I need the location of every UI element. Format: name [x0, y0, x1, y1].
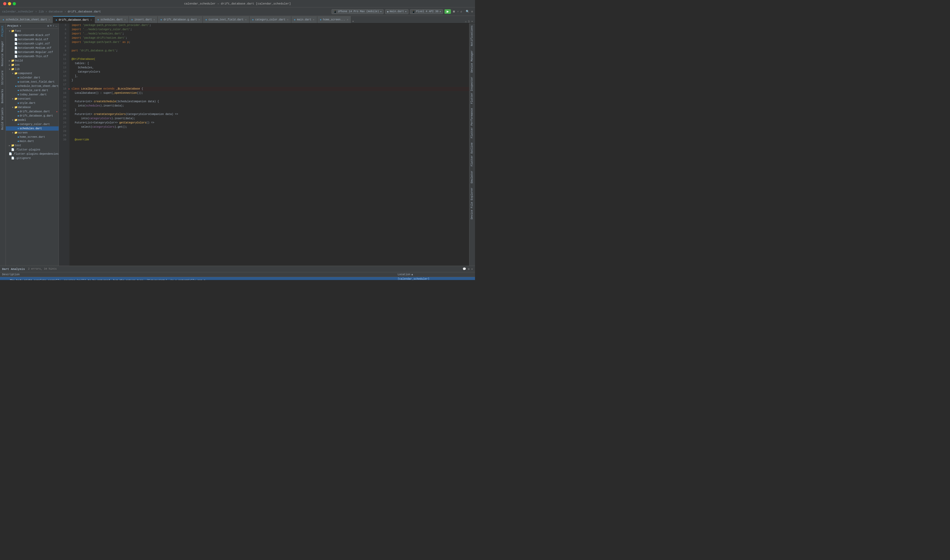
close-panel-icon[interactable]: ✕	[471, 267, 473, 271]
tree-item-constant[interactable]: ▼ 📁 constant	[6, 97, 59, 101]
tree-item-screen[interactable]: ▼ 📁 screen	[6, 131, 59, 135]
dart-file-icon-4: ◆	[160, 18, 162, 21]
tab-close-0[interactable]: ✕	[48, 18, 50, 21]
code-lines[interactable]: import 'package:path_provider/path_provi…	[69, 23, 469, 266]
tab-custom-text-field[interactable]: ◆ custom_text_field.dart ✕	[203, 16, 250, 23]
code-editor[interactable]: 3 4 5 6 7 8 9 10 11 12 13 14 15 16 17 18…	[59, 23, 469, 266]
tree-item-style[interactable]: ◆ style.dart	[6, 101, 59, 105]
tree-item-flutter-plugins[interactable]: 📄 .flutter-plugins	[6, 148, 59, 152]
tab-drift-database-g[interactable]: ◆ drift_database.g.dart ✕	[158, 16, 203, 23]
tree-item-database[interactable]: ▼ 📁 database	[6, 105, 59, 109]
tab-close-4[interactable]: ✕	[199, 18, 200, 21]
more-icon[interactable]: …	[56, 25, 57, 28]
code-line-3: import 'package:path_provider/path_provi…	[72, 23, 469, 28]
col-location[interactable]: Location ▲	[395, 272, 475, 277]
breadcrumb-part-3[interactable]: drift_database.dart	[68, 10, 101, 13]
tree-item-custom-text[interactable]: ◆ custom_text_field.dart	[6, 80, 59, 84]
run-button[interactable]: ▶	[444, 9, 451, 14]
settings-icon[interactable]: ⚙	[468, 267, 470, 271]
hot-restart-button[interactable]: ↺	[460, 10, 462, 13]
line-num-14: 14	[59, 70, 68, 74]
tree-item-lib[interactable]: ▼ 📁 lib	[6, 67, 59, 71]
emulator-selector[interactable]: 📱 Pixel 4 API 30 ▾	[410, 9, 443, 14]
tree-item-component[interactable]: ▼ 📁 component	[6, 71, 59, 75]
tree-item-drift-database[interactable]: ◆ drift_database.dart ●	[6, 109, 59, 114]
tree-item-gitignore[interactable]: 📄 .gitignore	[6, 156, 59, 160]
breadcrumb-part-1[interactable]: lib	[39, 10, 44, 13]
tree-label: font	[15, 30, 21, 32]
tab-close-1[interactable]: ✕	[90, 18, 92, 22]
tab-main[interactable]: ◆ main.dart ✕	[291, 16, 317, 23]
tree-item-category-color[interactable]: ◆ category_color.dart	[6, 122, 59, 126]
gear-icon[interactable]: ⚙	[48, 25, 49, 28]
code-line-22: into(schedules).insert(data);	[72, 104, 469, 108]
dart-icon: ◆	[17, 135, 19, 138]
tab-schedules[interactable]: ◆ schedules.dart ✕	[95, 16, 129, 23]
tab-close-8[interactable]: ✕	[347, 18, 348, 21]
issue-row-1[interactable]: ⚙ ⚙ ⚠ The body might complete normally, …	[0, 277, 475, 280]
search-button[interactable]: 🔍	[466, 10, 469, 13]
tab-schedule-bottom-sheet[interactable]: ◆ schedule_bottom_sheet.dart ✕	[0, 16, 53, 23]
tree-item-build[interactable]: ▶ 📁 build	[6, 58, 59, 63]
tree-item-home-screen[interactable]: ◆ home_screen.dart	[6, 135, 59, 139]
tree-item-drift-database-g[interactable]: ◆ drift_database.g.dart	[6, 114, 59, 118]
hot-reload-button[interactable]: ⚡	[457, 10, 459, 13]
sidebar-tab-resource-manager[interactable]: Resource Manager	[0, 38, 6, 68]
tree-item-ios[interactable]: ▶ 📁 ios	[6, 63, 59, 67]
sort-icon[interactable]: ↕	[53, 25, 54, 28]
stop-button[interactable]: ⏹	[452, 10, 455, 13]
collapse-all-icon[interactable]: ≡	[50, 25, 52, 28]
settings-button[interactable]: ⚙	[471, 10, 473, 13]
tree-item-test[interactable]: ▶ 📁 test	[6, 143, 59, 148]
comment-icon[interactable]: 💬	[463, 267, 466, 271]
sidebar-tab-device-manager[interactable]: Device Manager	[469, 48, 475, 75]
tab-home-screen[interactable]: ◆ home_screen... ✕	[317, 16, 351, 23]
tab-close-2[interactable]: ✕	[124, 18, 126, 21]
line-num-13: 13	[59, 66, 68, 70]
tab-close-7[interactable]: ✕	[313, 18, 315, 21]
tree-item-flutter-plugins-dep[interactable]: 📄 .flutter-plugins-dependencies	[6, 152, 59, 156]
tree-item-noto-light[interactable]: 📄 NotoSansKR-Light.otf	[6, 42, 59, 46]
minimize-button[interactable]	[8, 2, 11, 5]
sidebar-tab-build-variants[interactable]: Build Variants	[0, 105, 6, 132]
tree-item-noto-regular[interactable]: 📄 NotoSansKR-Regular.otf	[6, 50, 59, 54]
tab-insert[interactable]: ◆ insert.dart ✕	[129, 16, 158, 23]
tab-close-6[interactable]: ✕	[287, 18, 288, 21]
device-selector[interactable]: 📱 iPhone 14 Pro Max (mobile) ▾	[332, 9, 384, 14]
tab-drift-database[interactable]: ◆ drift_database.dart ✕	[53, 16, 95, 23]
sidebar-tab-flutter-outline[interactable]: Flutter Outline	[469, 140, 475, 168]
sidebar-tab-flutter-performance[interactable]: Flutter Performance	[469, 106, 475, 140]
tree-item-font[interactable]: ▼ 📁 font	[6, 29, 59, 33]
sidebar-tab-notifications[interactable]: Notifications	[469, 23, 475, 48]
tree-item-main[interactable]: ◆ main.dart	[6, 139, 59, 143]
sidebar-tab-flutter-inspector[interactable]: Flutter Inspector	[469, 75, 475, 106]
tree-item-schedules[interactable]: ◆ schedules.dart	[6, 126, 59, 131]
tree-item-noto-black[interactable]: 📄 NotoSansKR-Black.otf	[6, 33, 59, 37]
window-controls[interactable]	[3, 2, 16, 5]
sidebar-tab-emulator[interactable]: Emulator	[469, 168, 475, 185]
sidebar-tab-project[interactable]: Project	[0, 23, 6, 38]
tab-close-3[interactable]: ✕	[153, 18, 155, 21]
dart-analysis-panel: Dart Analysis 2 errors, 34 hints 💬 ⚙ ✕ D…	[0, 266, 475, 280]
tree-item-noto-medium[interactable]: 📄 NotoSansKR-Medium.otf	[6, 46, 59, 50]
tab-close-5[interactable]: ✕	[245, 18, 247, 21]
tree-item-noto-thin[interactable]: 📄 NotoSansKR-Thin.otf	[6, 54, 59, 58]
more-tabs-button[interactable]: ▾	[352, 20, 354, 23]
run-config-selector[interactable]: ◆ main.dart ▾	[385, 9, 409, 14]
tree-item-noto-bold[interactable]: 📄 NotoSansKR-Bold.otf	[6, 37, 59, 42]
close-button[interactable]	[3, 2, 6, 5]
tree-item-model[interactable]: ▼ 📁 model	[6, 118, 59, 122]
tab-category-color[interactable]: ◆ category_color.dart ✕	[250, 16, 291, 23]
tree-item-schedule-card[interactable]: ◆ schedule_card.dart	[6, 88, 59, 92]
sidebar-tab-bookmarks[interactable]: Bookmarks	[0, 87, 6, 105]
title-bar: calendar_scheduler – drift_database.dart…	[0, 0, 475, 8]
code-line-9: part 'drift_database.g.dart';	[72, 49, 469, 53]
tree-item-schedule-bottom[interactable]: ◆ schedule_bottom_sheet.dart	[6, 84, 59, 88]
tree-item-today-banner[interactable]: ◆ today_banner.dart	[6, 92, 59, 97]
sidebar-tab-structure[interactable]: Structure	[0, 68, 6, 87]
breadcrumb-part-2[interactable]: database	[49, 10, 63, 13]
sidebar-tab-device-file-explorer[interactable]: Device File Explorer	[469, 185, 475, 222]
maximize-button[interactable]	[13, 2, 16, 5]
tree-item-calendar-dart[interactable]: ◆ calendar.dart	[6, 75, 59, 80]
breadcrumb-part-0[interactable]: calendar_scheduler	[2, 10, 34, 13]
